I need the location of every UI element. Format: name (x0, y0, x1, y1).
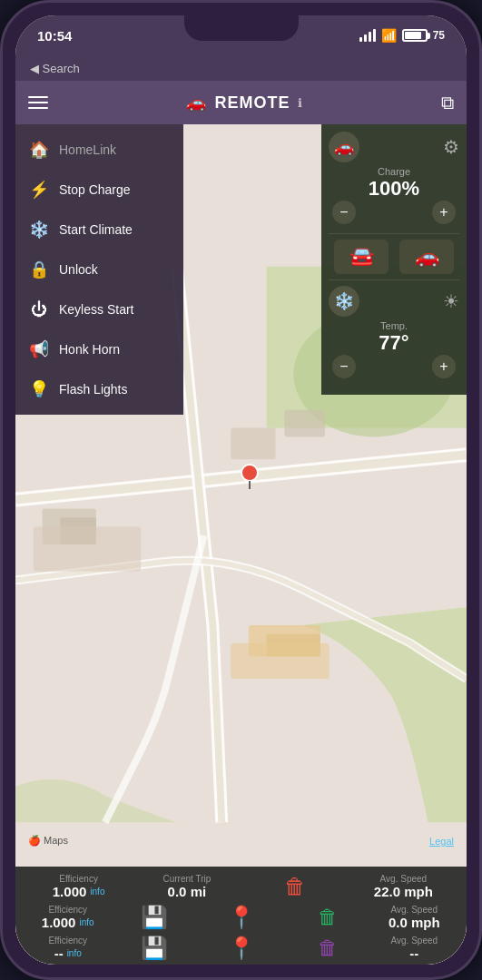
location-icon-purple[interactable]: 📍 (228, 936, 255, 960)
sidebar-item-homelink[interactable]: 🏠 HomeLink (15, 130, 183, 170)
gear-icon[interactable]: ⚙ (443, 136, 459, 158)
snowflake-icon: ❄️ (28, 219, 50, 240)
stat-save-icon-3[interactable]: 💾 (111, 936, 197, 961)
sidebar-item-stop-charge[interactable]: ⚡ Stop Charge (15, 170, 183, 210)
temp-value: 77° (329, 331, 459, 355)
temp-minus-button[interactable]: − (332, 355, 356, 378)
stats-bar: Efficiency 1.000 info Current Trip 0.0 m… (15, 867, 467, 965)
hamburger-menu-button[interactable] (28, 96, 48, 109)
car-icon: 🚗 (186, 93, 207, 113)
sidebar-menu: 🏠 HomeLink ⚡ Stop Charge ❄️ Start Climat… (15, 124, 183, 415)
map-pin (241, 464, 259, 494)
sidebar-item-unlock[interactable]: 🔒 Unlock (15, 250, 183, 289)
trash-icon-purple[interactable]: 🗑 (318, 936, 338, 959)
stat-avg-speed-2: Avg. Speed 0.0 mph (371, 905, 457, 930)
status-icons: 📶 75 (359, 28, 445, 43)
stat-trash-icon-3[interactable]: 🗑 (284, 936, 370, 960)
sidebar-item-start-climate[interactable]: ❄️ Start Climate (15, 210, 183, 250)
right-control-panel: 🚗 ⚙ Charge 100% − + 🚘 🚗 (321, 124, 467, 395)
stat-trash-icon-2[interactable]: 🗑 (284, 906, 370, 929)
svg-rect-8 (34, 526, 142, 571)
stat-location-icon-3[interactable]: 📍 (198, 936, 284, 961)
keyless-start-label: Keyless Start (59, 302, 133, 317)
charge-plus-button[interactable]: + (432, 201, 456, 224)
svg-rect-4 (231, 428, 275, 460)
notch (184, 15, 299, 41)
status-bar: 10:54 📶 75 (15, 15, 467, 55)
stats-row-1: Efficiency 1.000 info Current Trip 0.0 m… (25, 874, 457, 899)
legal-link[interactable]: Legal (429, 836, 454, 847)
charge-value-section: Charge 100% (329, 166, 459, 201)
stat-trash-icon-1[interactable]: 🗑 (241, 874, 349, 899)
honk-horn-label: Honk Horn (59, 342, 120, 357)
temp-section: ❄️ ☀ Temp. 77° − + (329, 286, 459, 378)
temp-plus-button[interactable]: + (432, 355, 456, 378)
temp-controls: − + (329, 355, 459, 378)
temp-value-section: Temp. 77° (329, 320, 459, 355)
remote-label: REMOTE (214, 93, 290, 113)
stat-efficiency-1: Efficiency 1.000 info (25, 874, 133, 899)
svg-point-10 (241, 465, 258, 481)
trash-icon-green[interactable]: 🗑 (318, 906, 338, 928)
phone-frame: 10:54 📶 75 ◀ Search (0, 0, 482, 980)
header-title: 🚗 REMOTE ℹ (186, 93, 302, 113)
layer-icon[interactable]: ⧉ (441, 93, 454, 113)
stat-avg-speed-1: Avg. Speed 22.0 mph (349, 874, 457, 899)
car-front-button[interactable]: 🚘 (334, 240, 389, 274)
stats-row-2: Efficiency 1.000 info 💾 📍 🗑 (25, 905, 457, 930)
charge-car-icon[interactable]: 🚗 (329, 132, 359, 162)
sidebar-item-honk-horn[interactable]: 📢 Honk Horn (15, 329, 183, 369)
homelink-label: HomeLink (59, 142, 116, 157)
lock-icon: 🔒 (28, 259, 50, 280)
save-icon-green[interactable]: 💾 (141, 905, 168, 929)
sidebar-item-flash-lights[interactable]: 💡 Flash Lights (15, 369, 183, 409)
signal-bars-icon (359, 29, 376, 42)
sun-icon[interactable]: ☀ (443, 290, 459, 312)
unlock-label: Unlock (59, 262, 98, 277)
charge-minus-button[interactable]: − (332, 201, 356, 224)
stat-save-icon-2[interactable]: 💾 (111, 905, 197, 930)
location-icon-green[interactable]: 📍 (228, 905, 255, 929)
car-back-button[interactable]: 🚗 (399, 240, 454, 274)
home-icon: 🏠 (28, 139, 50, 161)
stat-efficiency-3: Efficiency -- info (25, 936, 111, 961)
charge-controls: − + (329, 201, 459, 224)
save-icon-purple[interactable]: 💾 (141, 936, 168, 960)
main-content: 🏠 HomeLink ⚡ Stop Charge ❄️ Start Climat… (15, 124, 467, 965)
phone-screen: 10:54 📶 75 ◀ Search (15, 15, 467, 965)
status-time: 10:54 (37, 28, 72, 44)
lightning-icon: ⚡ (28, 179, 50, 201)
app-header: 🚗 REMOTE ℹ ⧉ (15, 81, 467, 124)
info-icon[interactable]: ℹ (298, 96, 303, 110)
temp-label: Temp. (329, 320, 459, 331)
snowflake-panel-icon[interactable]: ❄️ (329, 286, 359, 317)
start-climate-label: Start Climate (59, 222, 133, 237)
stat-current-trip-1: Current Trip 0.0 mi (133, 874, 241, 899)
apple-maps-label: 🍎 Maps (28, 835, 68, 847)
flash-lights-label: Flash Lights (59, 382, 127, 397)
wifi-icon: 📶 (381, 28, 397, 43)
battery-icon (402, 29, 428, 42)
charge-value: 100% (329, 177, 459, 201)
stat-location-icon-2[interactable]: 📍 (198, 905, 284, 930)
search-label: ◀ Search (30, 62, 80, 75)
trash-icon-red[interactable]: 🗑 (284, 874, 306, 899)
stat-avg-speed-3: Avg. Speed -- (371, 936, 457, 961)
temp-header-row: ❄️ ☀ (329, 286, 459, 317)
search-bar[interactable]: ◀ Search (15, 55, 467, 81)
charge-label: Charge (329, 166, 459, 177)
sidebar-item-keyless-start[interactable]: ⏻ Keyless Start (15, 289, 183, 329)
lights-icon: 💡 (28, 378, 50, 400)
car-view-row: 🚘 🚗 (329, 240, 459, 274)
power-icon: ⏻ (28, 299, 50, 320)
divider-2 (329, 279, 459, 280)
svg-rect-5 (284, 410, 324, 437)
charge-section: 🚗 ⚙ Charge 100% − + (329, 132, 459, 224)
stats-row-3: Efficiency -- info 💾 📍 🗑 (25, 936, 457, 961)
svg-rect-9 (231, 643, 330, 680)
stat-efficiency-2: Efficiency 1.000 info (25, 905, 111, 930)
charge-header-row: 🚗 ⚙ (329, 132, 459, 162)
battery-percent: 75 (433, 29, 445, 42)
divider-1 (329, 233, 459, 234)
stop-charge-label: Stop Charge (59, 182, 131, 197)
